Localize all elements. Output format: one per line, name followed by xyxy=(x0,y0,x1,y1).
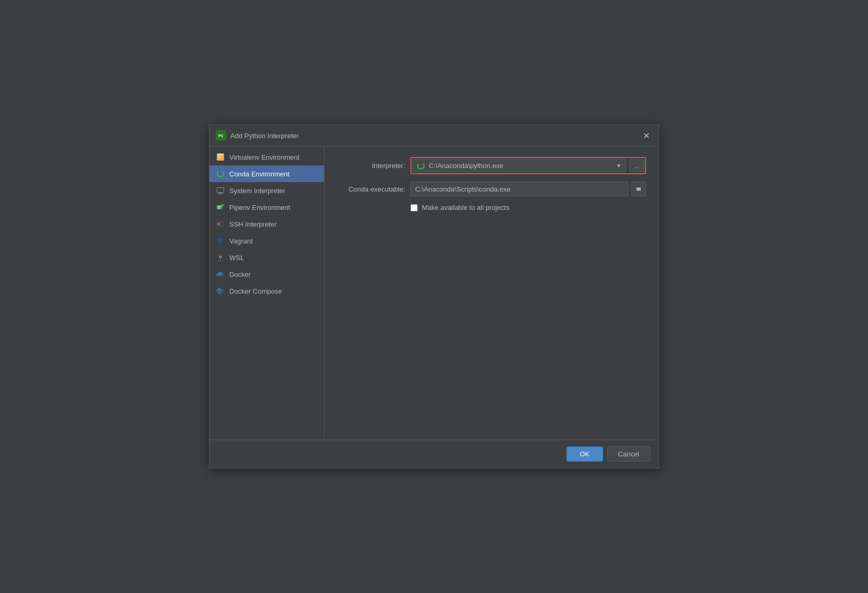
conda-status-icon xyxy=(417,162,425,170)
sidebar-item-ssh[interactable]: SSH Interpreter xyxy=(209,216,324,232)
svg-rect-6 xyxy=(218,194,223,194)
svg-rect-25 xyxy=(220,272,222,274)
svg-rect-22 xyxy=(219,274,220,275)
dropdown-arrow-icon: ▼ xyxy=(616,163,621,169)
sidebar-item-pipenv[interactable]: Pipenv Environment xyxy=(209,199,324,216)
title-bar: Add Python Interpreter ✕ xyxy=(209,125,659,147)
sidebar-item-vagrant-label: Vagrant xyxy=(229,237,253,245)
ssh-icon xyxy=(216,219,225,229)
sidebar-item-system-label: System Interpreter xyxy=(229,187,285,195)
make-available-checkbox[interactable] xyxy=(410,204,418,211)
svg-rect-29 xyxy=(220,289,222,291)
folder-icon xyxy=(636,185,641,193)
sidebar-item-docker-compose[interactable]: Docker Compose xyxy=(209,283,324,299)
dialog-footer: OK Cancel xyxy=(209,440,659,468)
sidebar-item-conda[interactable]: Conda Environment xyxy=(209,165,324,182)
sidebar-item-virtualenv-label: Virtualenv Environment xyxy=(229,153,299,161)
interpreter-value: C:\Anaconda\python.exe xyxy=(429,162,612,170)
svg-rect-10 xyxy=(218,206,221,207)
svg-rect-27 xyxy=(217,289,218,291)
main-content: Interpreter: C:\Anaconda\python.exe ▼ ..… xyxy=(325,147,659,440)
docker-icon xyxy=(216,270,225,279)
sidebar-item-virtualenv[interactable]: Virtualenv Environment xyxy=(209,149,324,165)
sidebar-item-wsl-label: WSL xyxy=(229,254,244,262)
sidebar-item-conda-label: Conda Environment xyxy=(229,170,290,178)
svg-rect-32 xyxy=(218,293,219,294)
svg-rect-28 xyxy=(219,289,220,291)
svg-point-31 xyxy=(222,289,224,290)
svg-rect-30 xyxy=(219,288,220,289)
close-button[interactable]: ✕ xyxy=(640,129,652,142)
add-python-interpreter-dialog: Add Python Interpreter ✕ Virtualenv Envi… xyxy=(209,125,659,468)
svg-point-20 xyxy=(221,256,222,257)
ok-button[interactable]: OK xyxy=(566,446,603,462)
svg-rect-7 xyxy=(217,188,224,192)
app-icon xyxy=(216,130,226,141)
sidebar-item-wsl[interactable]: WSL xyxy=(209,249,324,266)
conda-icon xyxy=(216,169,225,178)
interpreter-dropdown[interactable]: C:\Anaconda\python.exe ▼ xyxy=(413,159,626,172)
docker-compose-icon xyxy=(216,286,225,296)
vagrant-icon: V xyxy=(216,236,225,245)
svg-rect-24 xyxy=(219,272,220,274)
svg-rect-21 xyxy=(217,274,218,275)
system-icon xyxy=(216,186,225,195)
svg-rect-33 xyxy=(220,293,221,294)
sidebar-item-docker[interactable]: Docker xyxy=(209,266,324,283)
virtualenv-icon xyxy=(216,152,225,162)
conda-executable-wrapper xyxy=(410,182,646,196)
conda-executable-row: Conda executable: xyxy=(337,182,646,196)
title-bar-left: Add Python Interpreter xyxy=(216,130,299,141)
interpreter-label: Interpreter: xyxy=(337,162,405,170)
svg-rect-2 xyxy=(218,156,221,158)
svg-rect-34 xyxy=(637,188,641,191)
more-button[interactable]: ... xyxy=(629,160,644,172)
conda-executable-input[interactable] xyxy=(410,182,628,196)
cancel-button[interactable]: Cancel xyxy=(607,446,650,462)
dialog-body: Virtualenv Environment Conda Environment xyxy=(209,147,659,440)
svg-rect-9 xyxy=(221,204,224,207)
interpreter-row: Interpreter: C:\Anaconda\python.exe ▼ ..… xyxy=(337,157,646,174)
sidebar-item-vagrant[interactable]: V Vagrant xyxy=(209,232,324,249)
svg-rect-3 xyxy=(218,159,220,160)
sidebar-item-docker-label: Docker xyxy=(229,271,251,278)
sidebar: Virtualenv Environment Conda Environment xyxy=(209,147,325,440)
svg-rect-23 xyxy=(220,274,222,275)
sidebar-item-ssh-label: SSH Interpreter xyxy=(229,220,276,228)
conda-executable-label: Conda executable: xyxy=(337,185,405,193)
svg-point-26 xyxy=(222,274,224,275)
browse-button[interactable] xyxy=(631,182,646,196)
make-available-row: Make available to all projects xyxy=(410,204,646,211)
pipenv-icon xyxy=(216,203,225,212)
svg-rect-1 xyxy=(218,154,223,155)
interpreter-dropdown-wrapper: C:\Anaconda\python.exe ▼ ... xyxy=(410,157,646,174)
svg-point-19 xyxy=(219,256,220,257)
make-available-label: Make available to all projects xyxy=(422,204,509,211)
wsl-icon xyxy=(216,253,225,262)
sidebar-item-pipenv-label: Pipenv Environment xyxy=(229,204,290,211)
sidebar-item-system[interactable]: System Interpreter xyxy=(209,182,324,199)
svg-rect-5 xyxy=(219,193,222,194)
svg-rect-11 xyxy=(218,208,220,209)
dialog-title: Add Python Interpreter xyxy=(230,132,299,140)
sidebar-item-docker-compose-label: Docker Compose xyxy=(229,287,282,295)
